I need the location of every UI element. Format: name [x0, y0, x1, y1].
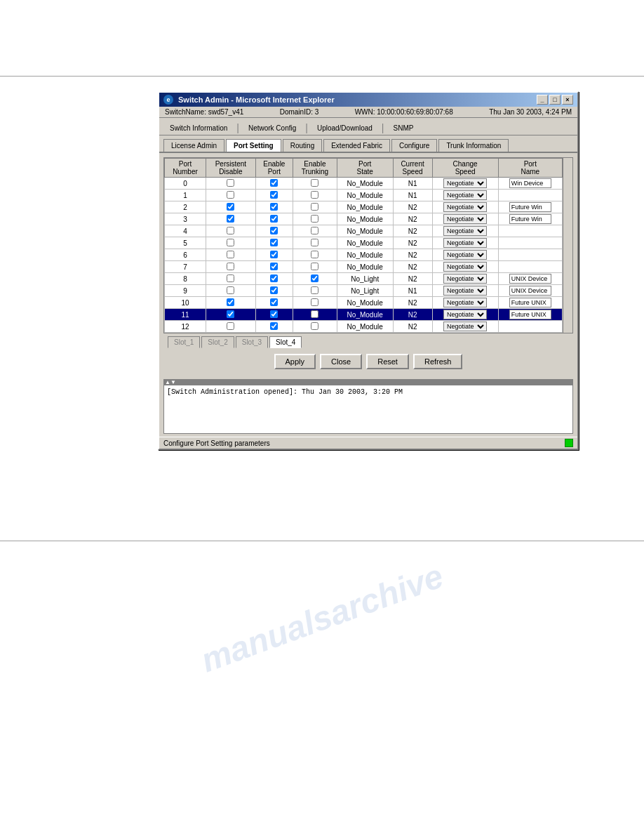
- enable-port-cell[interactable]: [255, 285, 293, 297]
- enable-trunking-cell[interactable]: [293, 261, 337, 273]
- persist-disable-checkbox[interactable]: [227, 310, 234, 318]
- enable-port-cell[interactable]: [255, 213, 293, 225]
- persist-disable-cell[interactable]: [206, 213, 256, 225]
- enable-port-checkbox[interactable]: [270, 274, 278, 282]
- persist-disable-cell[interactable]: [206, 321, 256, 333]
- persist-disable-checkbox[interactable]: [227, 263, 234, 270]
- enable-trunking-cell[interactable]: [293, 285, 337, 297]
- port-name-input[interactable]: [509, 310, 551, 319]
- enable-trunking-checkbox[interactable]: [311, 322, 318, 330]
- persist-disable-cell[interactable]: [206, 237, 256, 249]
- enable-port-cell[interactable]: [255, 190, 293, 201]
- persist-disable-checkbox[interactable]: [227, 274, 234, 282]
- minimize-button[interactable]: _: [537, 95, 548, 105]
- persist-disable-cell[interactable]: [206, 190, 256, 201]
- enable-trunking-checkbox[interactable]: [311, 191, 318, 199]
- enable-trunking-cell[interactable]: [293, 213, 337, 225]
- enable-trunking-checkbox[interactable]: [311, 298, 318, 306]
- enable-trunking-checkbox[interactable]: [311, 263, 318, 270]
- persist-disable-cell[interactable]: [206, 309, 256, 321]
- change-speed-cell[interactable]: Negotiate: [432, 237, 498, 249]
- port-name-cell[interactable]: [498, 261, 562, 273]
- enable-trunking-checkbox[interactable]: [311, 179, 318, 187]
- change-speed-cell[interactable]: Negotiate: [432, 261, 498, 273]
- port-name-cell[interactable]: [498, 225, 562, 237]
- enable-trunking-checkbox[interactable]: [311, 310, 318, 318]
- close-button[interactable]: Close: [320, 354, 362, 369]
- tab-trunk-information[interactable]: Trunk Information: [438, 139, 509, 152]
- enable-trunking-cell[interactable]: [293, 273, 337, 285]
- persist-disable-cell[interactable]: [206, 178, 256, 190]
- slot-tab-1[interactable]: Slot_1: [168, 336, 200, 348]
- enable-port-checkbox[interactable]: [270, 251, 278, 258]
- slot-tab-2[interactable]: Slot_2: [201, 336, 234, 348]
- slot-tab-3[interactable]: Slot_3: [236, 336, 268, 348]
- enable-port-checkbox[interactable]: [270, 227, 278, 234]
- enable-port-cell[interactable]: [255, 237, 293, 249]
- enable-port-cell[interactable]: [255, 309, 293, 321]
- enable-trunking-cell[interactable]: [293, 321, 337, 333]
- change-speed-select[interactable]: Negotiate: [443, 202, 487, 212]
- enable-port-cell[interactable]: [255, 297, 293, 309]
- nav-switch-information[interactable]: Switch Information: [163, 121, 234, 135]
- enable-trunking-cell[interactable]: [293, 309, 337, 321]
- change-speed-select[interactable]: Negotiate: [443, 226, 487, 236]
- change-speed-cell[interactable]: Negotiate: [432, 201, 498, 213]
- port-name-input[interactable]: [509, 274, 551, 284]
- enable-port-cell[interactable]: [255, 201, 293, 213]
- port-name-cell[interactable]: [498, 237, 562, 249]
- enable-port-cell[interactable]: [255, 261, 293, 273]
- close-button[interactable]: ×: [562, 95, 573, 105]
- port-name-input[interactable]: [509, 286, 551, 296]
- persist-disable-checkbox[interactable]: [227, 239, 234, 246]
- change-speed-cell[interactable]: Negotiate: [432, 213, 498, 225]
- port-name-cell[interactable]: [498, 297, 562, 309]
- change-speed-cell[interactable]: Negotiate: [432, 178, 498, 190]
- persist-disable-checkbox[interactable]: [227, 251, 234, 258]
- nav-snmp[interactable]: SNMP: [387, 121, 420, 135]
- enable-port-checkbox[interactable]: [270, 286, 278, 294]
- change-speed-select[interactable]: Negotiate: [443, 310, 487, 319]
- change-speed-cell[interactable]: Negotiate: [432, 273, 498, 285]
- persist-disable-checkbox[interactable]: [227, 322, 234, 330]
- apply-button[interactable]: Apply: [274, 354, 316, 369]
- persist-disable-cell[interactable]: [206, 225, 256, 237]
- change-speed-cell[interactable]: Negotiate: [432, 190, 498, 201]
- change-speed-select[interactable]: Negotiate: [443, 190, 487, 200]
- enable-port-checkbox[interactable]: [270, 203, 278, 211]
- enable-trunking-cell[interactable]: [293, 225, 337, 237]
- persist-disable-checkbox[interactable]: [227, 191, 234, 199]
- persist-disable-checkbox[interactable]: [227, 203, 234, 211]
- tab-routing[interactable]: Routing: [283, 139, 322, 152]
- persist-disable-cell[interactable]: [206, 285, 256, 297]
- persist-disable-cell[interactable]: [206, 201, 256, 213]
- slot-tab-4[interactable]: Slot_4: [269, 336, 302, 348]
- nav-network-config[interactable]: Network Config: [242, 121, 302, 135]
- port-name-input[interactable]: [509, 214, 551, 224]
- tab-license-admin[interactable]: License Admin: [163, 139, 224, 152]
- enable-port-checkbox[interactable]: [270, 239, 278, 246]
- change-speed-select[interactable]: Negotiate: [443, 262, 487, 272]
- enable-port-cell[interactable]: [255, 273, 293, 285]
- persist-disable-checkbox[interactable]: [227, 215, 234, 223]
- enable-port-checkbox[interactable]: [270, 191, 278, 199]
- port-name-cell[interactable]: [498, 178, 562, 190]
- persist-disable-checkbox[interactable]: [227, 227, 234, 234]
- enable-port-checkbox[interactable]: [270, 322, 278, 330]
- persist-disable-cell[interactable]: [206, 249, 256, 261]
- nav-upload-download[interactable]: Upload/Download: [311, 121, 379, 135]
- enable-port-cell[interactable]: [255, 178, 293, 190]
- enable-trunking-checkbox[interactable]: [311, 203, 318, 211]
- enable-trunking-cell[interactable]: [293, 297, 337, 309]
- change-speed-select[interactable]: Negotiate: [443, 274, 487, 284]
- change-speed-select[interactable]: Negotiate: [443, 250, 487, 260]
- enable-port-cell[interactable]: [255, 249, 293, 261]
- change-speed-select[interactable]: Negotiate: [443, 298, 487, 307]
- enable-port-checkbox[interactable]: [270, 215, 278, 223]
- enable-trunking-cell[interactable]: [293, 237, 337, 249]
- change-speed-cell[interactable]: Negotiate: [432, 321, 498, 333]
- refresh-button[interactable]: Refresh: [413, 354, 463, 369]
- enable-port-cell[interactable]: [255, 225, 293, 237]
- port-name-cell[interactable]: [498, 249, 562, 261]
- persist-disable-checkbox[interactable]: [227, 179, 234, 187]
